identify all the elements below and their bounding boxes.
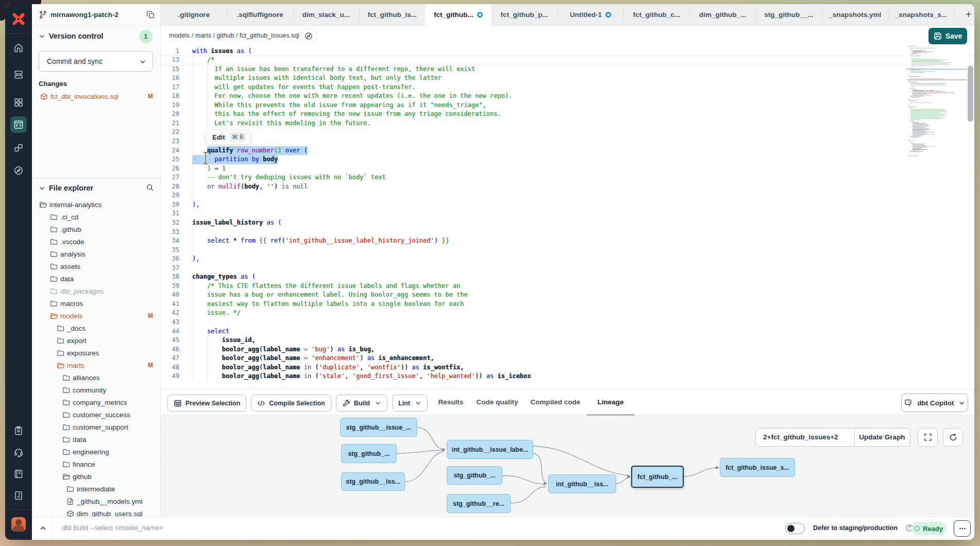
file-explorer-header[interactable]: File explorer: [32, 179, 160, 197]
code-editor[interactable]: 1with issues as (13 /*15 If an issue has…: [161, 45, 974, 389]
tab-label: fct_github_is...: [367, 11, 416, 19]
tree-item-_docs[interactable]: _docs: [32, 322, 160, 335]
sidebar-item-changelog[interactable]: [10, 487, 27, 504]
save-button[interactable]: Save: [928, 28, 967, 44]
lineage-node-n9[interactable]: fct_github_issue_s...: [720, 458, 795, 477]
tree-item-models[interactable]: modelsM: [32, 310, 160, 322]
lineage-node-n3[interactable]: stg_github__iss...: [341, 472, 405, 491]
tab-fct_github_c[interactable]: fct_github_c...: [623, 4, 689, 26]
sidebar-item-home[interactable]: [10, 40, 27, 56]
tree-item-dbt_packages[interactable]: dbt_packages: [32, 285, 160, 298]
tree-item-label: macros: [60, 300, 83, 308]
code-token: issue_id,: [222, 336, 256, 344]
tree-item-analysis[interactable]: analysis: [32, 248, 160, 261]
tree-item-customer_success[interactable]: customer_success: [32, 409, 160, 421]
lineage-node-n5[interactable]: stg_github_...: [447, 466, 502, 485]
tab-gitignore[interactable]: .gitignore: [161, 4, 227, 26]
update-graph-button[interactable]: Update Graph: [854, 429, 910, 446]
tab-sqlfluffignore[interactable]: .sqlfluffignore: [227, 4, 293, 26]
sidebar-item-docs[interactable]: [10, 466, 27, 482]
chevron-up-icon[interactable]: [39, 524, 47, 534]
tab-dim_github_[interactable]: dim_github_...: [689, 4, 755, 26]
tree-item-dim_github_users.sql[interactable]: dim_github_users.sql: [32, 508, 160, 517]
user-avatar[interactable]: [11, 517, 26, 532]
sidebar-item-deploy[interactable]: [10, 66, 27, 83]
tree-item-export[interactable]: export: [32, 335, 160, 347]
copy-branch-icon[interactable]: [146, 10, 155, 21]
edit-tooltip[interactable]: Edit⌘ B: [206, 130, 250, 145]
tree-item-alliances[interactable]: alliances: [32, 372, 160, 384]
tree-item-community[interactable]: community: [32, 384, 160, 397]
tree-item-.vscode[interactable]: .vscode: [32, 236, 160, 248]
editor-scrollbar[interactable]: [968, 66, 973, 122]
lineage-node-n6[interactable]: stg_github__re...: [447, 494, 511, 513]
dbt-logo[interactable]: [5, 4, 32, 33]
chevron-down-icon: [39, 32, 45, 42]
minimap-line: [910, 109, 942, 109]
defer-toggle[interactable]: [785, 523, 805, 534]
lineage-node-n4[interactable]: int_github__issue_labe...: [447, 440, 533, 459]
tree-item-macros[interactable]: macros: [32, 298, 160, 310]
tree-item-github[interactable]: github: [32, 471, 160, 483]
tree-item-data[interactable]: data: [32, 273, 160, 285]
refresh-button[interactable]: [943, 428, 963, 447]
code-text: will get updates for events that happen …: [192, 83, 415, 92]
dbt-copilot-button[interactable]: dbt Copilot: [901, 394, 968, 412]
tab-fct_github_is[interactable]: fct_github_is...: [359, 4, 425, 26]
changed-file-row[interactable]: fct_dbt_invocations.sql M: [32, 91, 160, 103]
sidebar-item-notes[interactable]: [10, 422, 27, 439]
tab-label: fct_github_p...: [501, 11, 548, 19]
tree-item-marts[interactable]: martsM: [32, 360, 160, 372]
version-control-header[interactable]: Version control 1: [32, 26, 160, 45]
code-text: ),: [192, 254, 199, 264]
new-tab-button[interactable]: +: [958, 4, 974, 26]
fullscreen-button[interactable]: [918, 428, 938, 447]
tree-item-intermediate[interactable]: intermediate: [32, 483, 160, 496]
sidebar-item-develop[interactable]: [10, 116, 27, 133]
tree-item-_github__models.yml[interactable]: _github__models.yml: [32, 496, 160, 508]
lineage-node-n2[interactable]: stg_github_...: [341, 444, 397, 463]
tab-dim_slack_u[interactable]: dim_slack_u...: [293, 4, 359, 26]
minimap-line: [911, 46, 914, 46]
toolbar-button-lint[interactable]: Lint: [392, 395, 428, 412]
tab-_snapshotsyml[interactable]: _snapshots.yml: [822, 4, 888, 26]
tab-fct_github_p[interactable]: fct_github_p...: [492, 4, 557, 26]
tab-fct_github[interactable]: fct_github...: [425, 4, 491, 26]
tab-_snapshots_s[interactable]: _snapshots_s...: [888, 4, 954, 26]
sidebar-item-environments[interactable]: [10, 140, 27, 156]
tree-item-internal-analytics[interactable]: internal-analytics: [32, 199, 160, 211]
tab-stg_github__[interactable]: stg_github__...: [756, 4, 822, 26]
toolbar-button-compile-selection[interactable]: Compile Selection: [251, 395, 331, 412]
branch-name[interactable]: mirnawong1-patch-2: [50, 11, 119, 19]
minimap-line: [913, 89, 917, 90]
tree-item-company_metrics[interactable]: company_metrics: [32, 397, 160, 409]
panel-tab-compiled-code[interactable]: Compiled code: [519, 389, 592, 416]
lineage-selector-input[interactable]: 2+fct_github_issues+2: [756, 429, 855, 446]
commit-and-sync-select[interactable]: Commit and sync: [39, 51, 153, 72]
search-icon[interactable]: [146, 183, 154, 194]
lineage-node-n1[interactable]: stg_github__issue_...: [340, 418, 417, 437]
toolbar-button-build[interactable]: Build: [336, 395, 387, 412]
panel-tab-lineage[interactable]: Lineage: [587, 389, 634, 416]
sidebar-item-explore[interactable]: [10, 162, 27, 179]
tree-item-assets[interactable]: assets: [32, 261, 160, 273]
tree-item-.ci_cd[interactable]: .ci_cd: [32, 211, 160, 224]
tree-item-.github[interactable]: .github: [32, 224, 160, 236]
sidebar-item-apps[interactable]: [10, 94, 27, 111]
code-line: 24 qualify row_number() over (: [161, 146, 974, 156]
tree-item-data[interactable]: data: [32, 434, 160, 446]
tree-item-finance[interactable]: finance: [32, 458, 160, 471]
copilot-compass-icon[interactable]: [301, 28, 316, 43]
editor-minimap[interactable]: [906, 45, 968, 334]
tab-Untitled-1[interactable]: Untitled-1: [557, 4, 623, 26]
tree-item-exposures[interactable]: exposures: [32, 347, 160, 360]
tree-item-engineering[interactable]: engineering: [32, 446, 160, 458]
sidebar-item-support[interactable]: [10, 444, 27, 460]
lineage-panel[interactable]: stg_github__issue_...stg_github_...stg_g…: [161, 415, 974, 517]
lineage-node-n7[interactable]: int_github__iss...: [548, 474, 616, 493]
toolbar-button-preview-selection[interactable]: Preview Selection: [167, 395, 246, 412]
command-input[interactable]: dbt build --select <model_name>: [62, 524, 163, 532]
lineage-node-n8[interactable]: fct_github_...: [631, 466, 684, 488]
more-menu-button[interactable]: [954, 520, 971, 537]
tree-item-customer_support[interactable]: customer_support: [32, 421, 160, 434]
